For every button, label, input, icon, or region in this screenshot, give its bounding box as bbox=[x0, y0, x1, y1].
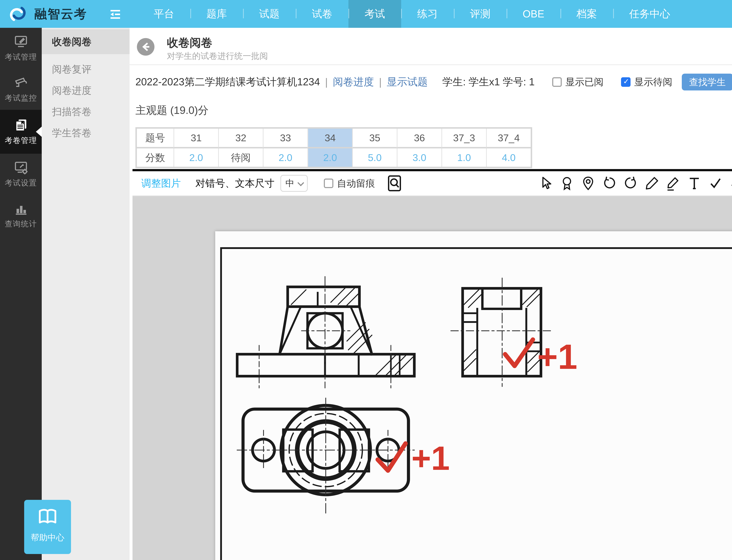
submenu-item-scan-papers[interactable]: 扫描答卷 bbox=[42, 101, 130, 122]
checkbox-unchecked-icon[interactable] bbox=[552, 77, 562, 87]
sidebar-item-label: 考试管理 bbox=[5, 52, 37, 62]
show-pending-checkbox[interactable]: 显示待阅 bbox=[621, 76, 672, 88]
sidebar-item-exam-monitoring[interactable]: 考试监控 bbox=[0, 69, 42, 110]
annotation-plus-one: +1 bbox=[411, 439, 450, 477]
nav-item-obe[interactable]: OBE bbox=[507, 0, 560, 28]
score-cell-selected[interactable]: 2.0 bbox=[307, 148, 352, 167]
collapse-menu-icon[interactable] bbox=[109, 9, 122, 22]
question-tab-35[interactable]: 35 bbox=[352, 129, 397, 148]
submenu-item-review-reevaluate[interactable]: 阅卷复评 bbox=[42, 59, 130, 80]
exam-management-icon bbox=[14, 34, 28, 49]
half-check-icon[interactable] bbox=[729, 176, 732, 191]
location-pin-icon[interactable] bbox=[580, 176, 596, 191]
score-cell[interactable]: 4.0 bbox=[486, 148, 531, 167]
sidebar-item-exam-management[interactable]: 考试管理 bbox=[0, 28, 42, 69]
mark-size-label: 对错号、文本尺寸 bbox=[195, 177, 275, 190]
nav-label: 题库 bbox=[206, 7, 227, 21]
table-score-label: 分数 bbox=[137, 148, 173, 167]
submenu-label: 学生答卷 bbox=[52, 127, 91, 138]
checkbox-unchecked-icon[interactable] bbox=[324, 179, 333, 188]
select-cursor-icon[interactable] bbox=[538, 176, 553, 191]
nav-item-platform[interactable]: 平台 bbox=[138, 0, 190, 28]
answer-image-viewer: 调整图片 对错号、文本尺寸 中 自动留痕 bbox=[132, 169, 732, 560]
submenu-item-collect-review[interactable]: 收卷阅卷 bbox=[42, 29, 130, 54]
score-cell[interactable]: 3.0 bbox=[397, 148, 441, 167]
text-tool-icon[interactable] bbox=[687, 176, 702, 191]
check-mark-icon[interactable] bbox=[708, 176, 723, 191]
sidebar-item-label: 考卷管理 bbox=[5, 135, 37, 146]
score-cell[interactable]: 5.0 bbox=[352, 148, 397, 167]
submenu-label: 收卷阅卷 bbox=[52, 36, 91, 47]
magnifier-doc-icon[interactable] bbox=[387, 175, 402, 192]
viewer-canvas[interactable]: +1 +1 bbox=[132, 196, 732, 560]
show-question-link[interactable]: 显示试题 bbox=[387, 75, 428, 89]
checkbox-label: 显示待阅 bbox=[634, 76, 672, 88]
page-subtitle: 对学生的试卷进行统一批阅 bbox=[167, 50, 268, 62]
separator: | bbox=[325, 76, 328, 88]
nav-item-practice[interactable]: 练习 bbox=[401, 0, 454, 28]
page-title: 收卷阅卷 bbox=[167, 35, 212, 50]
help-center-button[interactable]: 帮助中心 bbox=[24, 500, 71, 554]
brand-logo-icon bbox=[7, 3, 29, 25]
undo-icon[interactable] bbox=[602, 176, 617, 191]
annotation-tools bbox=[538, 175, 732, 191]
checkbox-checked-icon[interactable] bbox=[621, 77, 631, 87]
find-student-button[interactable]: 查找学生 bbox=[682, 74, 732, 90]
main-content: 收卷阅卷 对学生的试卷进行统一批阅 2022-2023第二学期结课考试计算机12… bbox=[130, 28, 732, 560]
nav-label: OBE bbox=[523, 8, 544, 20]
nav-item-papers[interactable]: 试卷 bbox=[296, 0, 348, 28]
stamp-badge-icon[interactable] bbox=[559, 176, 575, 191]
adjust-image-link[interactable]: 调整图片 bbox=[141, 177, 181, 190]
score-cell-pending[interactable]: 待阅 bbox=[218, 148, 263, 167]
nav-item-questions[interactable]: 试题 bbox=[243, 0, 296, 28]
question-tab-34-selected[interactable]: 34 bbox=[307, 129, 352, 148]
question-tab-33[interactable]: 33 bbox=[263, 129, 307, 148]
question-tab-32[interactable]: 32 bbox=[218, 129, 263, 148]
score-cell[interactable]: 2.0 bbox=[173, 148, 218, 167]
mark-size-select[interactable]: 中 bbox=[280, 175, 308, 192]
nav-item-archive[interactable]: 档案 bbox=[560, 0, 613, 28]
answer-sheet-image[interactable]: +1 +1 bbox=[215, 231, 732, 560]
checkbox-label: 显示已阅 bbox=[565, 76, 603, 88]
review-progress-link[interactable]: 阅卷进度 bbox=[333, 75, 374, 89]
score-cell[interactable]: 1.0 bbox=[441, 148, 486, 167]
submenu-item-student-papers[interactable]: 学生答卷 bbox=[42, 122, 130, 143]
main-nav: 平台 题库 试题 试卷 考试 练习 评测 OBE 档案 任务中心 bbox=[138, 0, 686, 28]
nav-item-exam[interactable]: 考试 bbox=[348, 0, 401, 28]
question-tab-37_4[interactable]: 37_4 bbox=[486, 129, 531, 148]
back-button[interactable] bbox=[136, 37, 155, 56]
submenu-item-review-progress[interactable]: 阅卷进度 bbox=[42, 80, 130, 101]
grading-marks bbox=[378, 340, 533, 471]
exam-title: 2022-2023第二学期结课考试计算机1234 bbox=[135, 75, 320, 89]
pencil-icon[interactable] bbox=[644, 176, 660, 191]
nav-label: 试题 bbox=[259, 7, 280, 21]
score-cell[interactable]: 2.0 bbox=[263, 148, 307, 167]
question-tab-36[interactable]: 36 bbox=[397, 129, 441, 148]
exam-monitoring-icon bbox=[14, 75, 28, 90]
sidebar-item-exam-settings[interactable]: 考试设置 bbox=[0, 154, 42, 195]
sidebar-item-query-statistics[interactable]: 查询统计 bbox=[0, 195, 42, 236]
auto-trace-checkbox[interactable]: 自动留痕 bbox=[324, 177, 375, 190]
submenu-label: 阅卷复评 bbox=[52, 64, 91, 75]
nav-item-task-center[interactable]: 任务中心 bbox=[613, 0, 686, 28]
nav-label: 评测 bbox=[470, 7, 490, 21]
nav-label: 考试 bbox=[365, 7, 385, 21]
table-header-label: 题号 bbox=[137, 129, 173, 148]
nav-item-evaluation[interactable]: 评测 bbox=[454, 0, 507, 28]
separator: | bbox=[379, 76, 382, 88]
redo-icon[interactable] bbox=[623, 176, 638, 191]
edit-pen-icon[interactable] bbox=[665, 176, 681, 191]
page-header: 收卷阅卷 对学生的试卷进行统一批阅 bbox=[130, 28, 732, 65]
mark-size-value: 中 bbox=[285, 177, 294, 189]
sidebar-item-paper-management[interactable]: 考卷管理 bbox=[0, 110, 42, 154]
brand-title: 融智云考 bbox=[34, 6, 87, 22]
question-tab-31[interactable]: 31 bbox=[173, 129, 218, 148]
help-center-label: 帮助中心 bbox=[31, 532, 64, 543]
open-book-icon bbox=[37, 508, 58, 525]
paper-management-icon bbox=[14, 118, 28, 132]
sidebar-item-label: 查询统计 bbox=[5, 219, 37, 229]
query-statistics-icon bbox=[14, 201, 28, 216]
question-tab-37_3[interactable]: 37_3 bbox=[441, 129, 486, 148]
show-reviewed-checkbox[interactable]: 显示已阅 bbox=[552, 76, 603, 88]
nav-item-question-bank[interactable]: 题库 bbox=[190, 0, 243, 28]
